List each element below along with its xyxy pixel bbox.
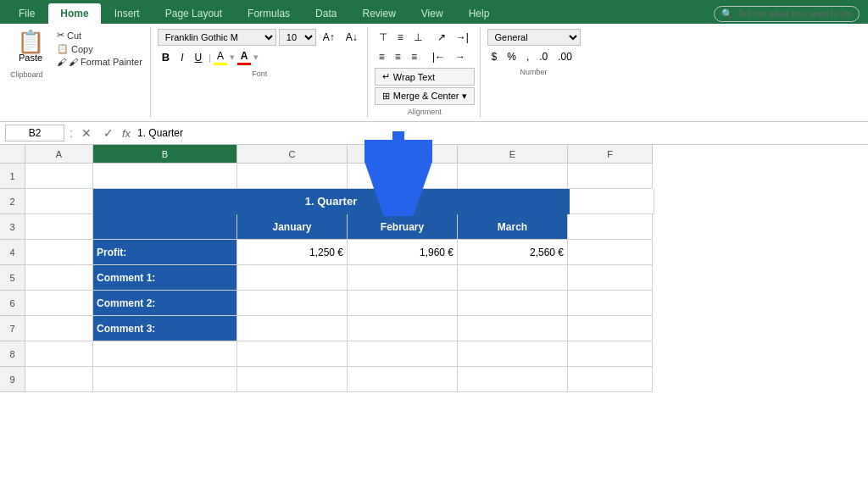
tab-file[interactable]: File — [7, 3, 47, 24]
cell-d7[interactable] — [348, 316, 458, 341]
col-header-b[interactable]: B — [93, 145, 237, 164]
tab-review[interactable]: Review — [350, 3, 407, 24]
col-header-f[interactable]: F — [568, 145, 653, 164]
cell-c1[interactable] — [237, 164, 348, 189]
tab-help[interactable]: Help — [457, 3, 502, 24]
confirm-button[interactable]: ✓ — [100, 126, 117, 140]
cell-a1[interactable] — [25, 164, 93, 189]
cell-e8[interactable] — [458, 341, 568, 367]
paste-button[interactable]: 📋 Paste — [10, 29, 51, 68]
cell-f7[interactable] — [568, 316, 653, 341]
col-header-d[interactable]: D — [348, 145, 458, 164]
cell-e6[interactable] — [458, 291, 568, 316]
cell-d3[interactable]: February — [348, 214, 458, 240]
row-header-4[interactable]: 4 — [0, 240, 25, 265]
cell-f2[interactable] — [570, 189, 654, 214]
increase-decimal-button[interactable]: .00 — [554, 48, 576, 65]
increase-font-button[interactable]: A↑ — [319, 29, 339, 46]
align-top-button[interactable]: ⊤ — [375, 29, 392, 46]
cell-f6[interactable] — [568, 291, 653, 316]
cell-e7[interactable] — [458, 316, 568, 341]
cell-a9[interactable] — [25, 367, 93, 392]
col-header-a[interactable]: A — [25, 145, 93, 164]
currency-button[interactable]: $ — [487, 48, 502, 65]
cell-c8[interactable] — [237, 341, 348, 367]
number-format-select[interactable]: General — [487, 29, 581, 46]
cell-c7[interactable] — [237, 316, 348, 341]
cell-c5[interactable] — [237, 265, 348, 291]
cell-b9[interactable] — [93, 367, 237, 392]
cell-d6[interactable] — [348, 291, 458, 316]
cell-b8[interactable] — [93, 341, 237, 367]
cell-a6[interactable] — [25, 291, 93, 316]
increase-indent2-button[interactable]: → — [451, 48, 470, 65]
row-header-8[interactable]: 8 — [0, 341, 25, 367]
cell-f3[interactable] — [568, 214, 653, 240]
copy-button[interactable]: 📋 Copy — [54, 42, 145, 55]
cell-a8[interactable] — [25, 341, 93, 367]
align-left-button[interactable]: ≡ — [375, 48, 389, 65]
row-header-6[interactable]: 6 — [0, 291, 25, 316]
cell-f9[interactable] — [568, 367, 653, 392]
tab-insert[interactable]: Insert — [103, 3, 152, 24]
cell-e1[interactable] — [458, 164, 568, 189]
decrease-indent-button[interactable]: |← — [428, 48, 449, 65]
cell-a2[interactable] — [25, 189, 93, 214]
decrease-font-button[interactable]: A↓ — [342, 29, 362, 46]
row-header-3[interactable]: 3 — [0, 214, 25, 240]
orientation-button[interactable]: ↗ — [433, 29, 450, 46]
row-header-2[interactable]: 2 — [0, 189, 25, 214]
fill-color-button[interactable]: A — [214, 50, 227, 65]
cell-d8[interactable] — [348, 341, 458, 367]
font-name-select[interactable]: Franklin Gothic M — [158, 29, 276, 46]
tab-page-layout[interactable]: Page Layout — [153, 3, 234, 24]
cell-b2-merged[interactable]: 1. Quarter — [93, 189, 570, 214]
row-header-1[interactable]: 1 — [0, 164, 25, 189]
cell-e9[interactable] — [458, 367, 568, 392]
font-size-select[interactable]: 10 — [279, 29, 316, 46]
increase-indent-button[interactable]: →| — [452, 29, 473, 46]
format-painter-button[interactable]: 🖌 🖌 Format Painter — [54, 56, 145, 68]
cell-c6[interactable] — [237, 291, 348, 316]
cell-f5[interactable] — [568, 265, 653, 291]
col-header-e[interactable]: E — [458, 145, 568, 164]
tab-data[interactable]: Data — [303, 3, 348, 24]
formula-input[interactable] — [136, 125, 863, 141]
cell-f1[interactable] — [568, 164, 653, 189]
cell-b1[interactable] — [93, 164, 237, 189]
cell-e3[interactable]: March — [458, 214, 568, 240]
decrease-decimal-button[interactable]: .0 — [535, 48, 552, 65]
tab-view[interactable]: View — [409, 3, 455, 24]
cell-b7[interactable]: Comment 3: — [93, 316, 237, 341]
font-color-button[interactable]: A — [237, 50, 251, 65]
cell-d1[interactable] — [348, 164, 458, 189]
align-bottom-button[interactable]: ⊥ — [409, 29, 426, 46]
cell-a3[interactable] — [25, 214, 93, 240]
align-middle-button[interactable]: ≡ — [393, 29, 408, 46]
row-header-7[interactable]: 7 — [0, 316, 25, 341]
cell-f4[interactable] — [568, 240, 653, 265]
cut-button[interactable]: ✂ Cut — [54, 29, 145, 42]
cell-b5[interactable]: Comment 1: — [93, 265, 237, 291]
bold-button[interactable]: B — [158, 48, 174, 66]
wrap-text-button[interactable]: ↵ Wrap Text — [375, 68, 475, 86]
cell-a7[interactable] — [25, 316, 93, 341]
cell-c3[interactable]: January — [237, 214, 348, 240]
tab-formulas[interactable]: Formulas — [236, 3, 302, 24]
cell-b4[interactable]: Profit: — [93, 240, 237, 265]
italic-button[interactable]: I — [176, 49, 187, 66]
cell-d4[interactable]: 1,960 € — [348, 240, 458, 265]
cell-d5[interactable] — [348, 265, 458, 291]
comma-button[interactable]: , — [522, 48, 533, 65]
percent-button[interactable]: % — [503, 48, 520, 65]
row-header-9[interactable]: 9 — [0, 367, 25, 392]
cell-a4[interactable] — [25, 240, 93, 265]
col-header-c[interactable]: C — [237, 145, 348, 164]
ribbon-search[interactable]: 🔍 Tell me what you want to do — [714, 6, 860, 22]
cell-e4[interactable]: 2,560 € — [458, 240, 568, 265]
cell-d9[interactable] — [348, 367, 458, 392]
cell-b3[interactable] — [93, 214, 237, 240]
align-center-button[interactable]: ≡ — [391, 48, 405, 65]
cell-c9[interactable] — [237, 367, 348, 392]
cell-f8[interactable] — [568, 341, 653, 367]
